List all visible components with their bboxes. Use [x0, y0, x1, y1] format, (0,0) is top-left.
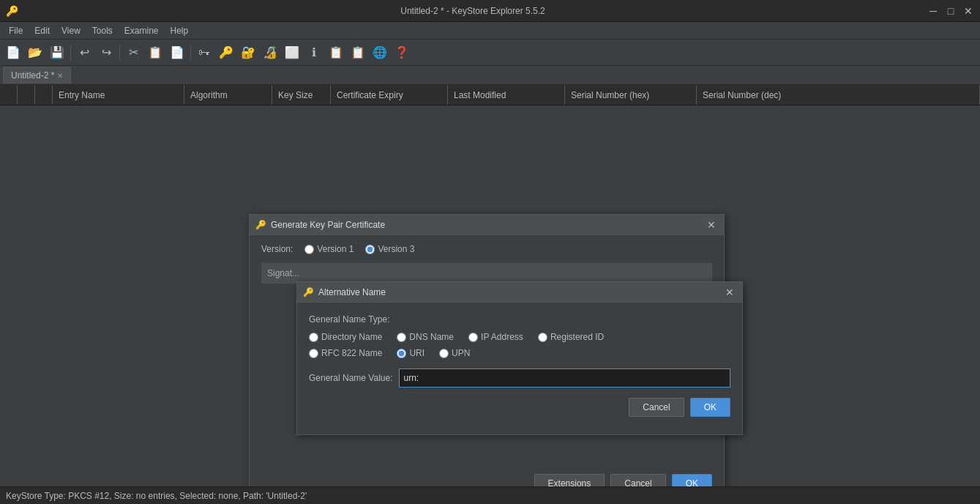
menu-tools[interactable]: Tools: [86, 24, 119, 37]
toolbar-sep2: [119, 45, 120, 60]
close-window-button[interactable]: ✕: [962, 5, 974, 17]
toolbar-new[interactable]: 📄: [3, 42, 23, 63]
toolbar-paste[interactable]: 📄: [167, 42, 187, 63]
radio-directory-name-input[interactable]: [309, 333, 318, 342]
menu-edit[interactable]: Edit: [29, 24, 56, 37]
col-serial-hex[interactable]: Serial Number (hex): [565, 85, 697, 105]
toolbar-info[interactable]: ℹ: [304, 42, 324, 63]
radio-ip-address-input[interactable]: [468, 333, 478, 342]
alt-dialog-content: General Name Type: Directory Name DNS Na…: [297, 303, 742, 429]
menu-file[interactable]: File: [3, 24, 29, 37]
col-icon3: [35, 85, 53, 105]
toolbar-key4[interactable]: 🔏: [260, 42, 280, 63]
radio-upn[interactable]: UPN: [439, 348, 470, 358]
radio-rfc822[interactable]: RFC 822 Name: [309, 348, 382, 358]
version3-label: Version 3: [378, 244, 414, 254]
col-serial-dec[interactable]: Serial Number (dec): [697, 85, 980, 105]
radio-dns-name-input[interactable]: [397, 333, 406, 342]
gen-dialog-title-bar: 🔑 Generate Key Pair Certificate ✕: [250, 215, 724, 235]
minimize-button[interactable]: ─: [927, 5, 939, 17]
radio-dns-name[interactable]: DNS Name: [397, 332, 454, 342]
toolbar-undo[interactable]: ↩: [74, 42, 94, 63]
menu-examine[interactable]: Examine: [119, 24, 165, 37]
general-name-value-input[interactable]: [399, 368, 730, 388]
gen-dialog-close[interactable]: ✕: [705, 218, 718, 231]
toolbar-key1[interactable]: 🗝: [194, 42, 214, 63]
radio-registered-id[interactable]: Registered ID: [538, 332, 604, 342]
menu-help[interactable]: Help: [165, 24, 195, 37]
menu-bar: File Edit View Tools Examine Help: [0, 22, 980, 40]
alt-dialog-title-bar: 🔑 Alternative Name ✕: [297, 282, 742, 303]
version1-radio-group[interactable]: Version 1: [304, 244, 354, 254]
alt-dialog-buttons: Cancel OK: [309, 398, 730, 417]
toolbar-copy[interactable]: 📋: [145, 42, 165, 63]
content-area: 🔑 Generate Key Pair Certificate ✕ Versio…: [0, 105, 980, 504]
toolbar: 📄 📂 💾 ↩ ↪ ✂ 📋 📄 🗝 🔑 🔐 🔏 ⬜ ℹ 📋 📋 🌐 ❓: [0, 40, 980, 66]
title-bar: 🔑 Untitled-2 * - KeyStore Explorer 5.5.2…: [0, 0, 980, 22]
alt-dialog-title: 🔑 Alternative Name: [303, 287, 386, 297]
toolbar-box[interactable]: ⬜: [282, 42, 302, 63]
radio-row-1: Directory Name DNS Name IP Address Regis…: [309, 332, 730, 342]
radio-directory-name[interactable]: Directory Name: [309, 332, 382, 342]
partial-signature-row: Signat...: [261, 263, 712, 284]
toolbar-help[interactable]: ❓: [392, 42, 412, 63]
status-bar: KeyStore Type: PKCS #12, Size: no entrie…: [0, 486, 980, 504]
alt-name-dialog: 🔑 Alternative Name ✕ General Name Type: …: [296, 281, 743, 435]
toolbar-sep1: [70, 45, 71, 60]
alt-dialog-close[interactable]: ✕: [723, 286, 736, 299]
app-icon: 🔑: [6, 5, 18, 17]
menu-view[interactable]: View: [56, 24, 86, 37]
col-cert-expiry[interactable]: Certificate Expiry: [331, 85, 448, 105]
radio-row-2: RFC 822 Name URI UPN: [309, 348, 730, 358]
toolbar-doc1[interactable]: 📋: [326, 42, 346, 63]
radio-upn-input[interactable]: [439, 349, 449, 358]
toolbar-open[interactable]: 📂: [25, 42, 45, 63]
version-label: Version:: [261, 244, 293, 254]
alt-dialog-cancel-button[interactable]: Cancel: [629, 398, 684, 417]
toolbar-sep3: [190, 45, 191, 60]
partial-signature-text: Signat...: [267, 268, 299, 278]
gen-dialog-title: 🔑 Generate Key Pair Certificate: [255, 220, 385, 230]
toolbar-cut[interactable]: ✂: [123, 42, 143, 63]
alt-dialog-icon: 🔑: [303, 287, 314, 297]
version3-radio[interactable]: [365, 245, 375, 254]
radio-uri-input[interactable]: [397, 349, 406, 358]
col-icon1: [0, 85, 18, 105]
toolbar-redo[interactable]: ↪: [96, 42, 116, 63]
tab-close-icon[interactable]: ✕: [57, 72, 63, 80]
toolbar-key2[interactable]: 🔑: [216, 42, 236, 63]
version1-label: Version 1: [317, 244, 354, 254]
app-title: Untitled-2 * - KeyStore Explorer 5.5.2: [18, 6, 927, 16]
toolbar-key3[interactable]: 🔐: [238, 42, 258, 63]
status-text: KeyStore Type: PKCS #12, Size: no entrie…: [6, 491, 307, 501]
gen-dialog-icon: 🔑: [255, 220, 266, 230]
radio-registered-id-input[interactable]: [538, 333, 547, 342]
maximize-button[interactable]: □: [945, 5, 957, 17]
general-name-value-label: General Name Value:: [309, 373, 393, 383]
version3-radio-group[interactable]: Version 3: [365, 244, 414, 254]
radio-uri[interactable]: URI: [397, 348, 424, 358]
radio-ip-address[interactable]: IP Address: [468, 332, 523, 342]
toolbar-save[interactable]: 💾: [47, 42, 67, 63]
toolbar-globe[interactable]: 🌐: [370, 42, 390, 63]
toolbar-doc2[interactable]: 📋: [348, 42, 368, 63]
col-algorithm[interactable]: Algorithm: [184, 85, 272, 105]
tab-untitled2[interactable]: Untitled-2 * ✕: [3, 67, 71, 84]
general-name-value-row: General Name Value:: [309, 368, 730, 388]
col-icon2: [18, 85, 35, 105]
general-name-type-label: General Name Type:: [309, 314, 730, 325]
col-last-modified[interactable]: Last Modified: [448, 85, 565, 105]
alt-dialog-ok-button[interactable]: OK: [690, 398, 730, 417]
tab-label: Untitled-2 *: [11, 70, 54, 81]
col-key-size[interactable]: Key Size: [272, 85, 331, 105]
version-row: Version: Version 1 Version 3: [261, 244, 712, 254]
radio-rfc822-input[interactable]: [309, 349, 318, 358]
version1-radio[interactable]: [304, 245, 314, 254]
tab-bar: Untitled-2 * ✕: [0, 66, 980, 85]
window-controls: ─ □ ✕: [927, 5, 974, 17]
table-header: Entry Name Algorithm Key Size Certificat…: [0, 85, 980, 105]
col-entry-name[interactable]: Entry Name: [53, 85, 184, 105]
